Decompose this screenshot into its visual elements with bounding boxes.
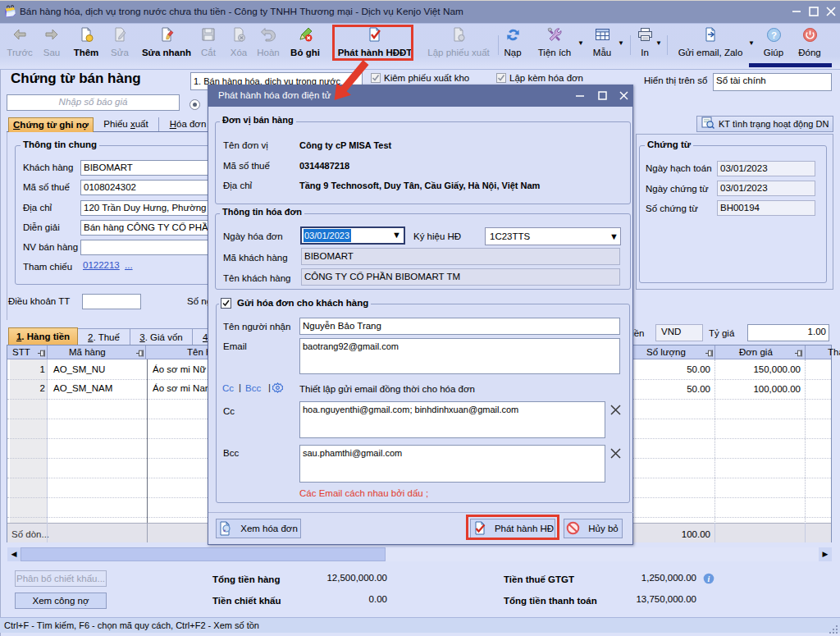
svg-text:i: i <box>708 574 710 583</box>
svg-text:?: ? <box>770 30 776 39</box>
